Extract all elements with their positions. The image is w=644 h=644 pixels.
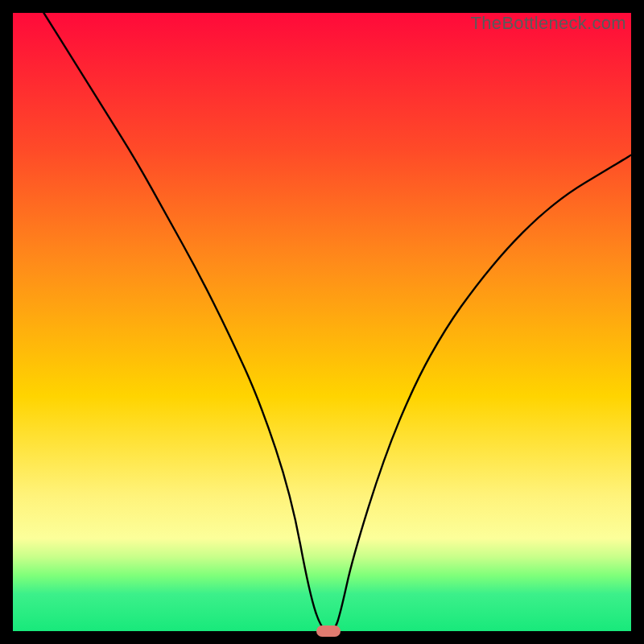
plot-area: TheBottleneck.com xyxy=(13,13,631,631)
bottleneck-curve xyxy=(13,13,631,631)
optimal-marker xyxy=(316,625,341,637)
chart-frame: TheBottleneck.com xyxy=(0,0,644,644)
curve-path xyxy=(43,13,631,631)
